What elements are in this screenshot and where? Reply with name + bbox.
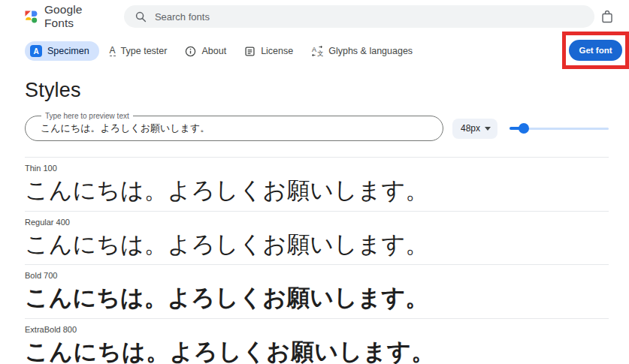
tab-label: Type tester [121,46,168,56]
license-icon [244,46,256,57]
font-size-value: 48px [461,123,480,134]
style-name: Thin 100 [25,164,609,173]
style-row-thin-100[interactable]: Thin 100 こんにちは。よろしくお願いします。 [25,157,609,211]
font-size-dropdown[interactable]: 48px [452,119,497,139]
tab-label: About [201,46,226,56]
specimen-icon: A [30,45,42,57]
style-name: Regular 400 [25,218,609,227]
preview-text-input[interactable] [41,123,428,134]
svg-text:A: A [312,46,316,53]
chevron-down-icon [485,127,491,131]
google-fonts-logo[interactable]: Google Fonts [25,3,115,30]
tab-specimen[interactable]: A Specimen [25,41,99,61]
style-name: Bold 700 [25,271,609,280]
style-name: ExtraBold 800 [25,325,609,334]
red-highlight-annotation: Get font [562,32,629,69]
selection-bag-button[interactable] [594,4,620,29]
style-row-extrabold-800[interactable]: ExtraBold 800 こんにちは。よろしくお願いします。 [25,318,609,364]
tab-about[interactable]: About [185,46,226,57]
slider-thumb[interactable] [519,123,529,134]
style-row-bold-700[interactable]: Bold 700 こんにちは。よろしくお願いします。 [25,264,609,318]
search-input[interactable] [155,11,583,23]
glyphs-languages-icon: A 文 [311,45,323,57]
style-rows: Thin 100 こんにちは。よろしくお願いします。 Regular 400 こ… [25,157,609,364]
style-preview-text: こんにちは。よろしくお願いします。 [25,284,609,311]
tab-label: Glyphs & languages [328,46,413,56]
style-preview-text: こんにちは。よろしくお願いします。 [25,231,609,258]
specimen-tab-bar: A Specimen A Type tester About License [0,33,629,69]
specimen-styles-section: Styles Type here to preview text 48px Th… [0,79,629,364]
tab-label: Specimen [47,46,89,56]
bag-icon [601,11,613,23]
tab-glyphs-languages[interactable]: A 文 Glyphs & languages [311,45,413,57]
tab-type-tester[interactable]: A Type tester [110,46,168,57]
get-font-button[interactable]: Get font [569,40,621,61]
style-preview-text: こんにちは。よろしくお願いします。 [25,177,609,204]
search-icon [135,11,147,23]
tab-license[interactable]: License [244,46,293,57]
info-icon [185,46,196,57]
type-tester-icon: A [110,46,116,57]
page-title: Styles [25,79,609,102]
top-app-bar: Google Fonts [0,0,629,33]
search-bar[interactable] [124,5,594,28]
style-preview-text: こんにちは。よろしくお願いします。 [25,338,609,364]
style-row-regular-400[interactable]: Regular 400 こんにちは。よろしくお願いします。 [25,211,609,265]
preview-field-label: Type here to preview text [41,112,133,120]
font-size-slider[interactable] [510,123,609,134]
preview-controls: Type here to preview text 48px [25,116,609,141]
svg-text:文: 文 [317,50,323,57]
tab-label: License [261,46,293,56]
preview-text-field[interactable]: Type here to preview text [25,116,443,141]
google-fonts-logo-icon [25,11,38,23]
logo-wordmark: Google Fonts [44,3,115,30]
